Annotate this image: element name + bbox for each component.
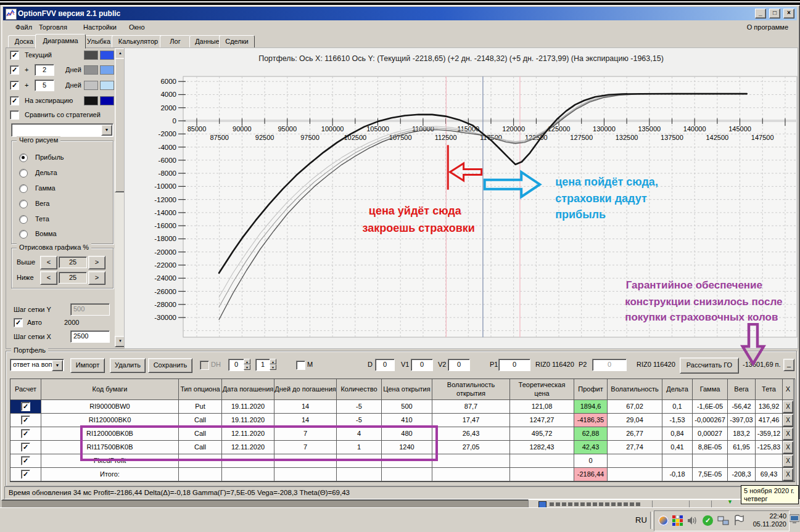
column-header[interactable]: Код бумаги <box>41 379 179 400</box>
tab-diagram[interactable]: Диаграмма <box>35 34 86 49</box>
radio-label[interactable]: Дельта <box>35 169 57 176</box>
m-checkbox[interactable] <box>296 361 305 370</box>
radio-label[interactable]: Тета <box>35 215 49 223</box>
fill-color-swatch[interactable] <box>100 51 114 60</box>
increase-button[interactable]: > <box>88 271 105 285</box>
status-check-icon[interactable]: ✓ <box>703 515 713 526</box>
column-header[interactable]: Профит <box>574 379 608 400</box>
radio-label[interactable]: Вега <box>35 200 49 207</box>
days2-input[interactable]: 2 <box>35 64 54 76</box>
delete-row-button[interactable]: X <box>783 428 793 440</box>
column-header[interactable]: Цена открытия <box>382 379 432 400</box>
menu-file[interactable]: Файл <box>15 23 32 31</box>
tab-log[interactable]: Лог <box>160 35 191 48</box>
delete-row-button[interactable]: X <box>783 441 793 454</box>
radio-theta[interactable] <box>19 215 28 224</box>
p1-input[interactable]: 0 <box>498 359 530 371</box>
column-header[interactable]: Тета <box>756 379 783 400</box>
above-value[interactable]: 25 <box>59 256 87 268</box>
column-header[interactable]: X <box>783 379 794 400</box>
row-checkbox[interactable]: ✓ <box>21 456 30 465</box>
radio-label[interactable]: Прибыль <box>35 153 64 161</box>
plus2-checkbox[interactable]: ✓ <box>10 65 19 75</box>
strategy-combobox[interactable]: ▼ <box>11 123 113 137</box>
delete-row-button[interactable]: X <box>783 414 793 427</box>
below-value[interactable]: 25 <box>59 272 87 284</box>
menu-settings[interactable]: Настройки <box>83 23 117 31</box>
column-header[interactable]: Дельта <box>662 379 693 400</box>
column-header[interactable]: Волатильность <box>608 379 662 400</box>
line-color-swatch[interactable] <box>84 51 98 60</box>
radio-vega[interactable] <box>19 200 28 208</box>
v1-input[interactable]: 0 <box>411 359 433 371</box>
column-header[interactable]: Тип опциона <box>179 379 222 400</box>
v2-input[interactable]: 0 <box>448 359 470 371</box>
collapse-button[interactable]: _ <box>783 359 794 371</box>
column-header[interactable]: Теоретическая цена <box>510 379 574 400</box>
d-input[interactable]: 0 <box>375 359 395 371</box>
radio-label[interactable]: Гамма <box>35 184 56 192</box>
radio-delta[interactable] <box>19 169 28 178</box>
preset-combobox[interactable]: ответ на вопр ▼ <box>10 359 64 371</box>
chevron-down-icon[interactable]: ▼ <box>101 125 112 136</box>
menu-trading[interactable]: Торговля <box>39 23 67 31</box>
delete-row-button[interactable]: X <box>783 455 793 467</box>
column-header[interactable]: Вега <box>728 379 756 400</box>
column-header[interactable]: Количество <box>337 379 382 400</box>
increase-button[interactable]: > <box>88 256 105 269</box>
speaker-icon[interactable] <box>687 515 698 526</box>
decrease-button[interactable]: < <box>40 271 57 285</box>
import-button[interactable]: Импорт <box>70 358 105 373</box>
save-button[interactable]: Сохранить <box>148 358 192 373</box>
close-button[interactable]: × <box>783 9 794 18</box>
column-header[interactable]: Волатильность открытия <box>432 379 510 400</box>
fill-color-swatch[interactable] <box>100 65 114 75</box>
delete-row-button[interactable]: X <box>783 401 793 413</box>
maximize-button[interactable]: □ <box>769 9 780 18</box>
radio-profit[interactable] <box>19 153 28 162</box>
chevron-down-icon[interactable]: ▼ <box>52 360 63 371</box>
grid-step-y-input[interactable]: 500 <box>70 303 110 316</box>
fill-color-swatch[interactable] <box>100 81 114 90</box>
delete-button[interactable]: Удалить <box>110 358 146 373</box>
show-desktop-icon[interactable] <box>790 514 799 524</box>
line-color-swatch[interactable] <box>84 81 98 90</box>
language-indicator[interactable]: RU <box>635 515 647 525</box>
days5-input[interactable]: 5 <box>35 80 54 91</box>
grid-step-x-input[interactable]: 2500 <box>70 330 110 343</box>
current-checkbox[interactable]: ✓ <box>10 51 19 60</box>
spin1-buttons[interactable]: ▲▼ <box>244 359 250 370</box>
line-color-swatch[interactable] <box>84 96 98 105</box>
row-checkbox[interactable]: ✓ <box>21 402 30 411</box>
row-checkbox[interactable]: ✓ <box>21 429 30 438</box>
spin2-value[interactable]: 1 <box>255 359 270 371</box>
auto-checkbox[interactable]: ✓ <box>14 318 23 327</box>
tray-app-icon[interactable] <box>658 515 669 526</box>
delete-row-button[interactable]: X <box>783 469 793 481</box>
compare-checkbox[interactable] <box>10 110 19 120</box>
column-header[interactable]: Расчет <box>10 379 41 400</box>
dh-checkbox[interactable] <box>200 361 209 370</box>
spin2-buttons[interactable]: ▲▼ <box>270 359 276 370</box>
radio-vomma[interactable] <box>19 230 28 239</box>
menu-about[interactable]: О программе <box>747 23 788 31</box>
line-color-swatch[interactable] <box>84 65 98 75</box>
clock[interactable]: 22:40 05.11.2020 <box>746 512 786 530</box>
network-icon[interactable] <box>717 515 729 526</box>
row-checkbox[interactable]: ✓ <box>21 415 30 425</box>
panel-scrollbar[interactable]: ▲ ▼ <box>115 48 125 347</box>
row-checkbox[interactable]: ✓ <box>21 443 30 452</box>
plus5-checkbox[interactable]: ✓ <box>10 81 19 90</box>
radio-gamma[interactable] <box>19 184 28 193</box>
p2-input[interactable]: 0 <box>592 359 627 371</box>
menu-window[interactable]: Окно <box>129 23 145 31</box>
expiry-checkbox[interactable]: ✓ <box>10 96 19 105</box>
flag-icon[interactable] <box>733 515 744 526</box>
column-header[interactable]: Гамма <box>693 379 728 400</box>
fill-color-swatch[interactable] <box>100 96 114 105</box>
radio-label[interactable]: Вомма <box>35 230 57 237</box>
title-bar[interactable]: OptionFVV версия 2.1 public _ □ × <box>3 7 797 20</box>
minimize-button[interactable]: _ <box>755 9 766 18</box>
row-checkbox[interactable]: ✓ <box>21 470 30 479</box>
tab-deals[interactable]: Сделки <box>219 35 255 48</box>
